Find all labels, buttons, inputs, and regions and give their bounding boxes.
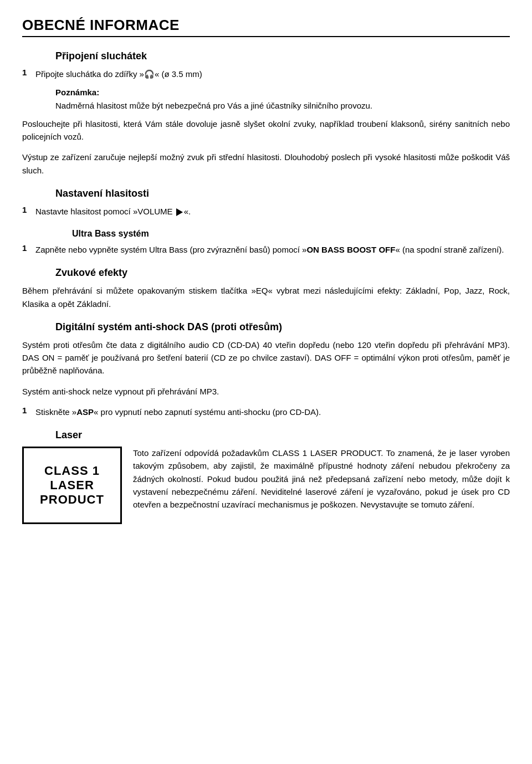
- note-body: Nadměrná hlasitost může být nebezpečná p…: [55, 101, 372, 110]
- laser-box-line2: LASER PRODUCT: [24, 478, 120, 507]
- bass-step1: 1 Zapněte nebo vypněte systém Ultra Bass…: [22, 243, 510, 256]
- headphones-para2: Výstup ze zařízení zaručuje nejlepší mož…: [22, 151, 510, 177]
- das-step1: 1 Stiskněte »ASP« pro vypnutí nebo zapnu…: [22, 406, 510, 418]
- volume-step1-text: Nastavte hlasitost pomocí »VOLUME «.: [35, 205, 510, 218]
- headphones-section: Připojení sluchátek 1 Připojte sluchátka…: [22, 50, 510, 177]
- volume-step1: 1 Nastavte hlasitost pomocí »VOLUME «.: [22, 205, 510, 218]
- laser-heading: Laser: [55, 429, 510, 441]
- bass-heading: Ultra Bass systém: [72, 229, 510, 239]
- das-step1-text: Stiskněte »ASP« pro vypnutí nebo zapnutí…: [35, 406, 510, 418]
- asp-bold: ASP: [76, 407, 94, 417]
- step-number: 1: [22, 243, 31, 256]
- step-number: 1: [22, 68, 31, 80]
- note-label: Poznámka:: [55, 88, 99, 97]
- volume-heading: Nastavení hlasitosti: [55, 188, 510, 199]
- das-section: Digitální systém anti-shock DAS (proti o…: [22, 321, 510, 418]
- laser-box-line1: CLASS 1: [44, 464, 100, 478]
- eq-section: Zvukové efekty Během přehrávání si můžet…: [22, 267, 510, 310]
- headphones-heading: Připojení sluchátek: [55, 50, 510, 62]
- headphones-step1-text: Připojte sluchátka do zdířky »🎧« (ø 3.5 …: [35, 68, 510, 80]
- step-number: 1: [22, 406, 31, 418]
- bass-step1-text: Zapněte nebo vypněte systém Ultra Bass (…: [35, 243, 510, 256]
- das-heading: Digitální systém anti-shock DAS (proti o…: [55, 321, 510, 333]
- volume-section: Nastavení hlasitosti 1 Nastavte hlasitos…: [22, 188, 510, 218]
- eq-text: Během přehrávání si můžete opakovaným st…: [22, 284, 510, 310]
- laser-content-block: CLASS 1 LASER PRODUCT Toto zařízení odpo…: [22, 447, 510, 524]
- step-number: 1: [22, 205, 31, 218]
- eq-heading: Zvukové efekty: [55, 267, 510, 279]
- das-para1: Systém proti otřesům čte data z digitáln…: [22, 339, 510, 377]
- laser-box: CLASS 1 LASER PRODUCT: [22, 447, 122, 524]
- bass-bold-text: ON BASS BOOST OFF: [306, 245, 395, 254]
- laser-section: Laser CLASS 1 LASER PRODUCT Toto zařízen…: [22, 429, 510, 524]
- note-block: Poznámka: Nadměrná hlasitost může být ne…: [55, 86, 510, 112]
- note-text: Poznámka: Nadměrná hlasitost může být ne…: [55, 86, 510, 112]
- das-para2: Systém anti-shock nelze vypnout při přeh…: [22, 385, 510, 398]
- laser-description: Toto zařízení odpovídá požadavkům CLASS …: [133, 447, 510, 511]
- page-title: OBECNÉ INFORMACE: [22, 17, 510, 37]
- volume-arrow-icon: [176, 208, 183, 216]
- headphones-step1: 1 Připojte sluchátka do zdířky »🎧« (ø 3.…: [22, 68, 510, 80]
- bass-section: Ultra Bass systém 1 Zapněte nebo vypněte…: [22, 229, 510, 256]
- headphones-para1: Poslouchejte při hlasitosti, která Vám s…: [22, 117, 510, 143]
